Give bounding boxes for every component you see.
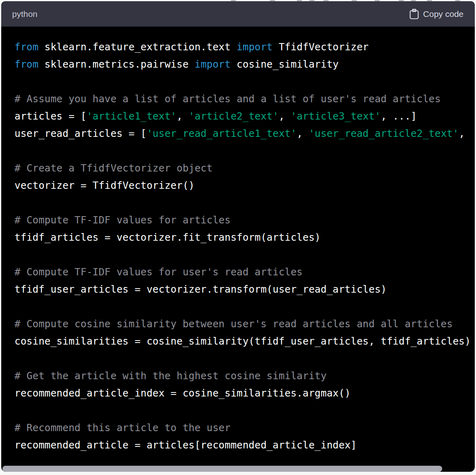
clipboard-icon xyxy=(410,9,419,19)
code-token-kw: import xyxy=(237,41,273,53)
horizontal-scrollbar-thumb[interactable] xyxy=(2,466,442,472)
code-line: from sklearn.feature_extraction.text imp… xyxy=(14,38,475,56)
code-token-pl: , xyxy=(177,110,189,122)
code-token-com: # Get the article with the highest cosin… xyxy=(14,370,327,382)
code-line: # Assume you have a list of articles and… xyxy=(14,90,475,107)
code-token-str: 'article2_text' xyxy=(188,110,279,122)
code-token-pl: , ...] xyxy=(381,110,416,122)
code-token-str: 'article3_text' xyxy=(291,110,381,122)
code-token-pl: TfidfVectorizer xyxy=(273,41,369,53)
code-line xyxy=(14,194,475,211)
code-line: recommended_article_index = cosine_simil… xyxy=(14,384,475,402)
code-token-str: 'article1_text' xyxy=(87,110,177,122)
code-token-pl: recommended_article = articles[recommend… xyxy=(14,439,357,451)
code-token-com: # Recommend this article to the user xyxy=(14,422,231,434)
code-line: articles = ['article1_text', 'article2_t… xyxy=(14,107,475,125)
code-line: user_read_articles = ['user_read_article… xyxy=(14,125,475,142)
code-line: # Create a TfidfVectorizer object xyxy=(14,159,475,177)
code-line xyxy=(14,402,475,419)
code-line xyxy=(14,298,475,315)
code-line xyxy=(14,73,475,90)
code-token-com: # Compute TF-IDF values for articles xyxy=(14,214,231,226)
code-line: # Get the article with the highest cosin… xyxy=(14,367,475,384)
code-line xyxy=(14,350,475,367)
code-line: # Compute TF-IDF values for articles xyxy=(14,211,475,229)
code-line: vectorizer = TfidfVectorizer() xyxy=(14,177,475,194)
copy-code-label: Copy code xyxy=(423,9,464,19)
code-line xyxy=(14,246,475,263)
code-token-pl: , xyxy=(297,128,309,139)
code-token-pl: tfidf_articles = vectorizer.fit_transfor… xyxy=(14,231,321,243)
code-token-com: # Assume you have a list of articles and… xyxy=(14,93,441,105)
code-token-str: 'user_read_article1_text' xyxy=(147,128,297,139)
code-line: from sklearn.metrics.pairwise import cos… xyxy=(14,56,475,73)
code-token-pl: vectorizer = TfidfVectorizer() xyxy=(14,180,195,191)
code-token-kw: from xyxy=(14,41,39,53)
code-line: # Recommend this article to the user xyxy=(14,419,475,436)
code-token-pl: user_read_articles = [ xyxy=(14,128,147,139)
code-token-pl: cosine_similarities = cosine_similarity(… xyxy=(14,335,471,347)
code-content: from sklearn.feature_extraction.text imp… xyxy=(1,27,475,454)
code-token-str: 'user_read_article2_text' xyxy=(308,128,459,139)
code-token-com: # Compute TF-IDF values for user's read … xyxy=(14,266,303,278)
code-token-pl: recommended_article_index = cosine_simil… xyxy=(14,387,351,399)
code-token-pl: tfidf_user_articles = vectorizer.transfo… xyxy=(14,283,387,295)
code-line: tfidf_articles = vectorizer.fit_transfor… xyxy=(14,229,475,246)
code-line: cosine_similarities = cosine_similarity(… xyxy=(14,332,475,350)
code-token-com: # Compute cosine similarity between user… xyxy=(14,318,453,330)
code-token-pl: , xyxy=(459,128,465,139)
copy-code-button[interactable]: Copy code xyxy=(410,9,464,19)
code-line: recommended_article = articles[recommend… xyxy=(14,436,475,454)
code-token-kw: import xyxy=(195,58,230,70)
code-token-pl: , xyxy=(279,110,291,122)
code-line: # Compute cosine similarity between user… xyxy=(14,315,475,332)
code-block: python Copy code from sklearn.feature_ex… xyxy=(1,1,475,472)
code-token-kw: from xyxy=(14,58,39,70)
code-token-pl: sklearn.feature_extraction.text xyxy=(39,41,237,53)
code-token-pl: articles = [ xyxy=(14,110,87,122)
code-block-header: python Copy code xyxy=(1,1,475,27)
code-token-pl: sklearn.metrics.pairwise xyxy=(39,58,195,70)
language-label: python xyxy=(12,9,37,19)
code-line: # Compute TF-IDF values for user's read … xyxy=(14,263,475,281)
horizontal-scrollbar[interactable] xyxy=(1,465,475,472)
code-token-com: # Create a TfidfVectorizer object xyxy=(14,162,213,174)
code-token-pl: cosine_similarity xyxy=(231,58,339,70)
code-line: tfidf_user_articles = vectorizer.transfo… xyxy=(14,281,475,298)
code-line xyxy=(14,142,475,159)
